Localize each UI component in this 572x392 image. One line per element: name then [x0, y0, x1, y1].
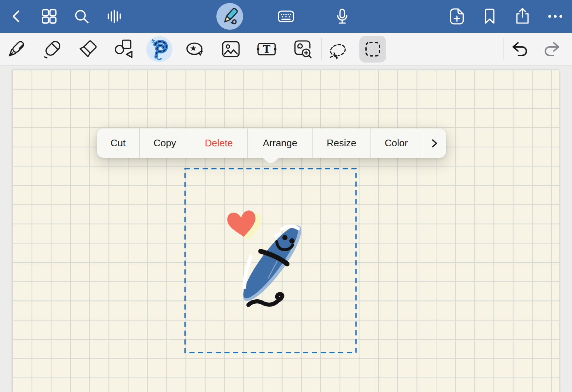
menu-item-cut[interactable]: Cut	[97, 128, 140, 158]
heart-doodle[interactable]	[226, 210, 264, 242]
menu-item-delete[interactable]: Delete	[190, 128, 248, 158]
doodle-eye	[289, 238, 295, 243]
menu-item-copy[interactable]: Copy	[140, 128, 190, 158]
selection-context-menu: Cut Copy Delete Arrange Resize Color	[97, 128, 446, 158]
menu-more-button[interactable]	[422, 128, 446, 158]
menu-item-color[interactable]: Color	[371, 128, 422, 158]
menu-item-arrange[interactable]: Arrange	[248, 128, 313, 158]
canvas-drawing-layer	[0, 0, 572, 392]
notes-app-screen: T	[0, 0, 572, 392]
context-menu-pointer	[261, 157, 281, 165]
menu-more-chevron-icon	[428, 137, 440, 149]
doodle-eye	[282, 235, 287, 240]
menu-item-resize[interactable]: Resize	[313, 128, 371, 158]
